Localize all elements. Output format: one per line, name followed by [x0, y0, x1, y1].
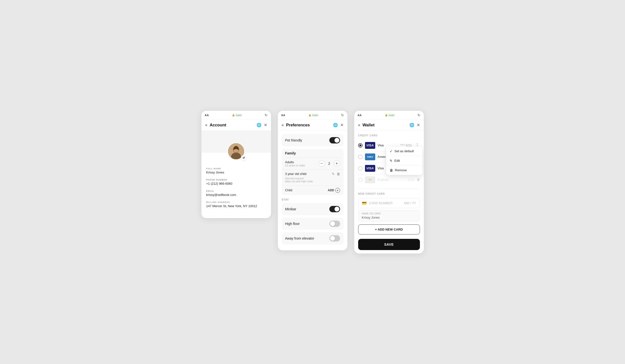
- card-radio-expired[interactable]: [358, 178, 363, 182]
- account-hamburger-icon[interactable]: ≡: [205, 123, 207, 127]
- account-screen: AA 🔒 hotel ↻ ≡ Account 🌐 ✕: [201, 111, 271, 218]
- card-delete-expired-icon[interactable]: 🗑: [417, 178, 420, 182]
- adults-info: Adults 13 years or older: [285, 160, 305, 167]
- high-floor-knob: [330, 221, 335, 226]
- adults-label: Adults: [285, 160, 305, 164]
- prefs-body: Pet friendly Family Adults 13: [278, 131, 347, 250]
- adults-count: 2: [327, 162, 331, 166]
- account-title: Account: [210, 123, 226, 128]
- account-status-aa: AA: [205, 114, 209, 117]
- add-child-label: Child: [285, 188, 292, 192]
- prefs-close-icon[interactable]: ✕: [340, 123, 344, 127]
- adults-stepper: − 2 +: [319, 160, 340, 167]
- minibar-toggle[interactable]: [329, 206, 340, 212]
- child-delete-icon[interactable]: 🗑: [337, 172, 340, 176]
- account-phone-field: PHONE NUMBER +1 (212) 966-6060: [206, 179, 266, 185]
- account-refresh-icon[interactable]: ↻: [265, 113, 268, 117]
- set-default-icon: ✓: [390, 149, 393, 153]
- card-item-visa1: VISA Visa **** 4231 ⋮ ✓ Set as default ✎: [358, 140, 420, 151]
- prefs-header-left: ≡ Preferences: [282, 123, 310, 128]
- context-edit[interactable]: ✎ Edit: [386, 156, 422, 166]
- account-email-value: krissy@selfbook.com: [206, 193, 266, 197]
- pet-friendly-label: Pet friendly: [285, 138, 302, 142]
- account-header: ≡ Account 🌐 ✕: [201, 119, 271, 131]
- add-child-plus-icon: +: [335, 188, 340, 193]
- card-logo-visa2: VISA: [365, 165, 375, 172]
- adults-increment-button[interactable]: +: [334, 160, 340, 167]
- high-floor-label: High floor: [285, 222, 300, 226]
- credit-card-section-title: CREDIT CARD: [358, 134, 420, 137]
- card-name-expired: Expired: [378, 178, 405, 182]
- prefs-globe-icon[interactable]: 🌐: [333, 123, 338, 127]
- prefs-refresh-icon[interactable]: ↻: [341, 113, 344, 117]
- child-row: 3 year old child ✎ 🗑 Special request:bab…: [282, 169, 344, 185]
- account-fullname-label: FULL NAME: [206, 167, 266, 170]
- card-radio-amex1[interactable]: [358, 155, 363, 159]
- avatar-swap-icon[interactable]: ⇄: [241, 155, 246, 161]
- account-status-bar: AA 🔒 hotel ↻: [201, 111, 271, 119]
- preferences-screen: AA 🔒 hotel ↻ ≡ Preferences 🌐 ✕ Pet frien…: [278, 111, 347, 250]
- away-elevator-label: Away from elevator: [285, 236, 314, 240]
- child-edit-icon[interactable]: ✎: [332, 172, 335, 176]
- family-header: Family: [282, 149, 344, 158]
- stay-section: STAY Minibar High floor: [282, 198, 344, 245]
- context-menu: ✓ Set as default ✎ Edit 🗑 Remove: [386, 147, 422, 175]
- away-elevator-row: Away from elevator: [282, 232, 344, 245]
- account-globe-icon[interactable]: 🌐: [257, 123, 261, 127]
- edit-icon: ✎: [390, 159, 393, 163]
- screens-container: AA 🔒 hotel ↻ ≡ Account 🌐 ✕: [201, 111, 424, 253]
- away-elevator-toggle[interactable]: [329, 235, 340, 242]
- wallet-content: CREDIT CARD VISA Visa **** 4231 ⋮: [354, 131, 424, 253]
- account-email-label: EMAIL: [206, 190, 266, 192]
- family-section: Family Adults 13 years or older − 2 +: [282, 149, 344, 195]
- wallet-title: Wallet: [363, 123, 375, 128]
- prefs-lock-icon: 🔒: [308, 114, 311, 116]
- prefs-hamburger-icon[interactable]: ≡: [282, 123, 284, 127]
- child-icons: ✎ 🗑: [332, 172, 340, 176]
- minibar-row: Minibar: [282, 203, 344, 215]
- account-body: ⇄ FULL NAME Krissy Jones PHONE NUMBER +1…: [201, 131, 271, 218]
- wallet-lock-icon: 🔒: [385, 114, 388, 116]
- account-fields: FULL NAME Krissy Jones PHONE NUMBER +1 (…: [201, 164, 271, 218]
- add-child-button[interactable]: ADD +: [328, 188, 340, 193]
- account-billing-field: BILLING ADDRESS 147 Mercer St, New York,…: [206, 201, 266, 208]
- account-phone-value: +1 (212) 966-6060: [206, 182, 266, 185]
- high-floor-toggle[interactable]: [329, 221, 340, 227]
- card-list: VISA Visa **** 4231 ⋮ ✓ Set as default ✎: [358, 140, 420, 185]
- pet-friendly-toggle[interactable]: [329, 137, 340, 143]
- card-number-input-row[interactable]: 💳 CARD NUMBER MM / YY: [358, 198, 420, 208]
- wallet-header-left: ≡ Wallet: [358, 123, 375, 128]
- prefs-title: Preferences: [286, 123, 310, 128]
- card-date-placeholder: MM / YY: [404, 201, 416, 205]
- minibar-label: Minibar: [285, 207, 296, 211]
- context-remove[interactable]: 🗑 Remove: [386, 166, 422, 175]
- remove-label: Remove: [395, 168, 407, 172]
- wallet-refresh-icon[interactable]: ↻: [417, 113, 420, 117]
- wallet-save-button[interactable]: SAVE: [358, 239, 420, 250]
- add-new-card-button[interactable]: + ADD NEW CARD: [358, 224, 420, 234]
- wallet-body-wrap: CREDIT CARD VISA Visa **** 4231 ⋮: [354, 131, 424, 253]
- wallet-globe-icon[interactable]: 🌐: [409, 123, 414, 127]
- wallet-hamburger-icon[interactable]: ≡: [358, 123, 360, 127]
- edit-label: Edit: [395, 159, 400, 163]
- context-set-default[interactable]: ✓ Set as default: [386, 147, 422, 156]
- card-radio-visa2[interactable]: [358, 166, 363, 170]
- account-banner: ⇄: [201, 131, 271, 153]
- account-lock-icon: 🔒: [232, 114, 235, 116]
- wallet-header-right: 🌐 ✕: [409, 123, 420, 127]
- prefs-status-aa: AA: [281, 114, 285, 117]
- wallet-close-icon[interactable]: ✕: [417, 123, 420, 127]
- wallet-status-bar: AA 🔒 hotel ↻: [354, 111, 424, 119]
- adults-row: Adults 13 years or older − 2 +: [282, 158, 344, 169]
- wallet-status-aa: AA: [358, 114, 362, 117]
- new-card-section: NEW CREDIT CARD 💳 CARD NUMBER MM / YY NA…: [358, 189, 420, 234]
- away-elevator-knob: [330, 236, 335, 241]
- wallet-screen: AA 🔒 hotel ↻ ≡ Wallet 🌐 ✕ CREDIT CARD: [354, 111, 424, 253]
- child-request: Special request:baby cot and high chair.: [285, 177, 340, 183]
- adults-decrement-button[interactable]: −: [319, 160, 325, 167]
- card-name-input[interactable]: NAME ON CARD Krissy Jones: [358, 210, 420, 222]
- card-number-placeholder: CARD NUMBER: [369, 201, 402, 205]
- card-radio-visa1[interactable]: [358, 143, 363, 148]
- account-close-icon[interactable]: ✕: [264, 123, 267, 127]
- account-billing-value: 147 Mercer St, New York, NY 10012: [206, 204, 266, 208]
